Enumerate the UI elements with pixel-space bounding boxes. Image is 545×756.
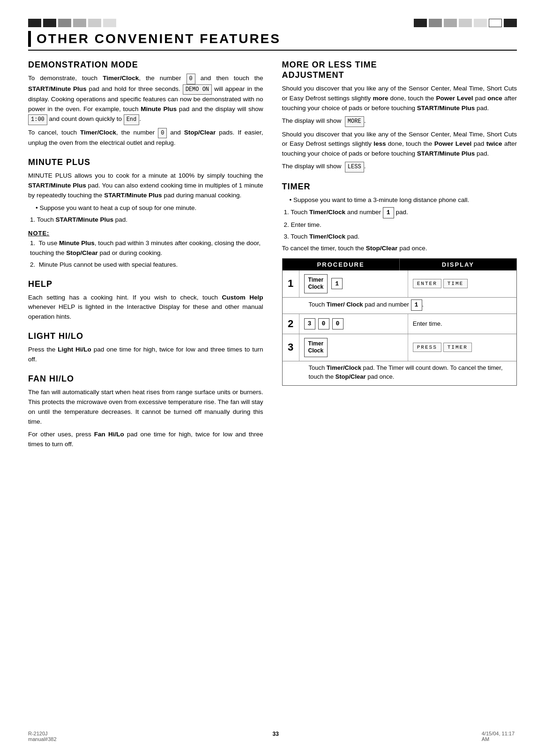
fan-hilo-para-1: The fan will automatically start when he… xyxy=(28,388,263,427)
heading-demonstration-mode: Demonstration Mode xyxy=(28,60,263,70)
bar-right-gray3 xyxy=(459,19,472,27)
proc-row-2: 2 3 0 0 Enter time. xyxy=(283,314,517,334)
bar-right-white xyxy=(489,19,502,27)
heading-minute-plus: Minute Plus xyxy=(28,157,263,167)
proc-row-1-note: Touch Timer/ Clock pad and number 1. xyxy=(283,298,517,314)
proc-row-3-display-press: PRESS xyxy=(413,343,441,352)
proc-row-2-pad-0a: 0 xyxy=(318,318,329,329)
timer-clock-btn-1-line1: Timer xyxy=(308,277,323,284)
proc-row-1-pad: 1 xyxy=(331,278,343,289)
proc-row-3-note: Touch Timer/Clock pad. The Timer will co… xyxy=(283,361,517,385)
proc-row-1-number: 1 xyxy=(283,270,299,297)
bar-gray1 xyxy=(58,19,71,27)
section-more-or-less: More Or Less TimeAdjustment Should you d… xyxy=(282,60,517,172)
page-footer: R-2120J manual#382 33 4/15/04, 11:17 AM xyxy=(0,731,545,742)
more-display-box: MORE xyxy=(345,116,364,127)
bar-dark-1 xyxy=(28,19,41,27)
left-column: Demonstration Mode To demonstrate, touch… xyxy=(28,60,263,452)
timer-clock-btn-3-line2: Clock xyxy=(308,347,324,355)
heading-fan-hilo: Fan Hi/Lo xyxy=(28,374,263,384)
heading-light-hilo: Light Hi/Lo xyxy=(28,331,263,341)
note-item-2: 2. Minute Plus cannot be used with speci… xyxy=(30,260,263,270)
section-fan-hilo: Fan Hi/Lo The fan will automatically sta… xyxy=(28,374,263,449)
proc-row-1-display-time: TIME xyxy=(443,279,468,288)
header-bar-left xyxy=(28,19,116,27)
heading-timer: Timer xyxy=(282,182,517,192)
bar-right-gray1 xyxy=(429,19,442,27)
proc-row-2-procedure: 3 0 0 xyxy=(299,314,408,334)
page-container: OTHER CONVENIENT FEATURES Demonstration … xyxy=(0,0,545,756)
proc-row-2-number: 2 xyxy=(283,314,299,334)
more-display: The display will show MORE. xyxy=(282,116,517,127)
proc-row-2-display: Enter time. xyxy=(408,314,516,334)
light-hilo-para: Press the Light Hi/Lo pad one time for h… xyxy=(28,345,263,365)
bar-gray3 xyxy=(88,19,101,27)
proc-row-1-display-enter: ENTER xyxy=(413,279,441,288)
timer-step1: 1. Touch Timer/Clock and number 1 pad. xyxy=(284,207,517,218)
page-number: 33 xyxy=(70,731,482,742)
timer-step3: 3. Touch Timer/Clock pad. xyxy=(284,232,517,242)
timer-bullet: Suppose you want to time a 3-minute long… xyxy=(290,195,517,205)
proc-row-1-note-pad: 1 xyxy=(411,299,422,311)
demo-cancel-0: 0 xyxy=(158,128,167,139)
note-label: NOTE: xyxy=(28,230,263,237)
proc-row-3-number: 3 xyxy=(283,334,299,361)
fan-hilo-para-2: For other uses, press Fan Hi/Lo pad one … xyxy=(28,430,263,449)
heading-help: Help xyxy=(28,279,263,289)
timer-cancel-note: To cancel the timer, touch the Stop/Clea… xyxy=(282,244,517,254)
proc-row-3-display: PRESS TIMER xyxy=(408,334,516,361)
section-help: Help Each setting has a cooking hint. If… xyxy=(28,279,263,322)
proc-row-3: 3 Timer Clock PRESS TIMER xyxy=(283,334,517,361)
bar-right-dark2 xyxy=(504,19,517,27)
timer-clock-btn-3[interactable]: Timer Clock xyxy=(304,338,328,357)
more-para-1: Should you discover that you like any of… xyxy=(282,84,517,113)
header-decorative-bars xyxy=(28,19,517,27)
heading-more-or-less: More Or Less TimeAdjustment xyxy=(282,60,517,80)
section-minute-plus: Minute Plus MINUTE PLUS allows you to co… xyxy=(28,157,263,269)
proc-table-header: PROCEDURE DISPLAY xyxy=(283,259,517,270)
demo-display-end: End xyxy=(124,114,140,125)
page-title: OTHER CONVENIENT FEATURES xyxy=(28,31,517,47)
proc-row-2-pad-0b: 0 xyxy=(332,318,343,329)
footer-date: 4/15/04, 11:17 AM xyxy=(482,731,517,742)
less-display: The display will show LESS. xyxy=(282,162,517,172)
proc-header-display: DISPLAY xyxy=(400,259,516,270)
bar-right-dark1 xyxy=(414,19,427,27)
title-bar-decoration xyxy=(28,31,31,47)
demo-number-0: 0 xyxy=(187,74,195,84)
bar-gray4 xyxy=(103,19,116,27)
less-display-box: LESS xyxy=(345,162,364,172)
bar-right-gray4 xyxy=(474,19,487,27)
bar-dark-2 xyxy=(43,19,56,27)
section-demonstration-mode: Demonstration Mode To demonstrate, touch… xyxy=(28,60,263,148)
bar-right-gray2 xyxy=(444,19,457,27)
timer-clock-btn-3-line1: Timer xyxy=(308,340,323,348)
minute-plus-step1: 1. Touch START/Minute Plus pad. xyxy=(30,215,263,225)
bar-gray2 xyxy=(73,19,86,27)
proc-row-1: 1 Timer Clock 1 ENTER TIME xyxy=(283,270,517,298)
minute-plus-bullet: Suppose you want to heat a cup of soup f… xyxy=(36,203,263,213)
timer-clock-btn-1-line2: Clock xyxy=(308,284,324,291)
note-item-1: 1. To use Minute Plus, touch pad within … xyxy=(30,239,263,258)
minute-plus-para: MINUTE PLUS allows you to cook for a min… xyxy=(28,171,263,201)
proc-row-2-pad-3: 3 xyxy=(304,318,315,329)
section-timer: Timer Suppose you want to time a 3-minut… xyxy=(282,182,517,386)
proc-row-1-display: ENTER TIME xyxy=(408,270,516,297)
page-title-text: OTHER CONVENIENT FEATURES xyxy=(37,31,281,46)
demo-para-2: To cancel, touch Timer/Clock, the number… xyxy=(28,128,263,149)
section-light-hilo: Light Hi/Lo Press the Light Hi/Lo pad on… xyxy=(28,331,263,365)
timer-step2: 2. Enter time. xyxy=(284,220,517,230)
right-column: More Or Less TimeAdjustment Should you d… xyxy=(282,60,517,452)
timer-clock-btn-1[interactable]: Timer Clock xyxy=(304,274,328,293)
demo-display-time: 1:00 xyxy=(28,114,47,125)
demo-display-on: DEMO ON xyxy=(183,84,212,95)
timer-pad-1: 1 xyxy=(383,207,394,218)
less-para-1: Should you discover that you like any of… xyxy=(282,130,517,159)
proc-row-3-display-timer: TIMER xyxy=(443,343,472,352)
demo-para-1: To demonstrate, touch Timer/Clock, the n… xyxy=(28,74,263,125)
footer-manual-ref: R-2120J manual#382 xyxy=(28,731,70,742)
page-title-section: OTHER CONVENIENT FEATURES xyxy=(28,31,517,51)
proc-row-3-procedure: Timer Clock xyxy=(299,334,408,361)
header-bar-right xyxy=(414,19,517,27)
procedure-table: PROCEDURE DISPLAY 1 Timer Clock 1 xyxy=(282,258,517,386)
